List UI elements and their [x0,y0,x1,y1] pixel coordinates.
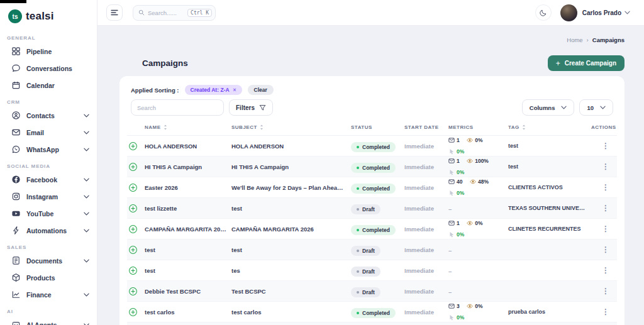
breadcrumb-separator: › [587,36,589,43]
column-header-name[interactable]: Name [145,124,231,130]
sidebar-nav: GENERAL Pipeline Conversations Calendar … [0,30,97,325]
sidebar-item-automations[interactable]: Automations [0,222,97,239]
expand-row-button[interactable] [128,183,138,192]
status-badge: Draft [351,267,380,277]
row-actions-kebab-icon[interactable]: ⋮ [599,246,612,253]
campaign-tag: CLINETES RECURRENTES [508,226,591,232]
clear-sorting-button[interactable]: Clear [248,85,274,95]
contacts-icon [11,111,21,120]
sidebar-item-email[interactable]: Email [0,124,97,141]
sidebar-item-youtube[interactable]: YouTube [0,205,97,222]
sort-icon[interactable] [260,124,264,130]
column-header-tag[interactable]: Tag [508,124,591,130]
campaign-subject: HI THIS A Campaign [231,163,351,170]
filters-button[interactable]: Filters [229,99,273,116]
page-header: Campaigns + Create Campaign [119,55,625,71]
chevron-down-icon[interactable] [84,323,89,325]
sort-icon[interactable] [164,124,167,130]
chevron-down-icon[interactable] [84,148,89,151]
sidebar-item-whatsapp[interactable]: WhatsApp [0,141,97,158]
expand-row-button[interactable] [128,204,138,213]
campaign-name: test [145,246,231,253]
start-date: Immediate [404,143,448,150]
click-rate-icon [448,148,455,155]
campaign-name: Easter 2026 [145,184,231,191]
expand-row-button[interactable] [128,245,138,255]
open-rate-icon [467,303,473,309]
brand[interactable]: ts tealsi [0,6,97,30]
funnel-icon [259,104,266,111]
expand-row-button[interactable] [128,162,138,172]
global-search[interactable]: Search...... Ctrl K [133,5,216,21]
row-actions-kebab-icon[interactable]: ⋮ [599,204,612,212]
chevron-down-icon[interactable] [84,229,89,233]
sidebar-item-instagram[interactable]: Instagram [0,188,97,205]
row-actions-kebab-icon[interactable]: ⋮ [599,287,612,295]
sidebar-collapse-button[interactable] [106,4,123,21]
chevron-down-icon[interactable] [84,212,89,216]
sidebar-item-ai-agents[interactable]: AI Agents [0,316,97,325]
row-actions-kebab-icon[interactable]: ⋮ [599,225,612,233]
brand-name: tealsi [26,10,54,23]
chevron-down-icon[interactable] [84,259,89,263]
dark-mode-toggle[interactable] [535,4,552,21]
page-size-value: 10 [587,104,594,111]
sidebar-section-label: GENERAL [0,30,97,43]
sidebar-item-documents[interactable]: Documents [0,252,97,269]
plus-icon: + [556,60,560,67]
sidebar-section: SALES Documents Products Finance [0,239,97,303]
metrics-cell: – [448,285,508,297]
metrics-cell: 3 0% 0% [448,300,508,323]
sidebar-item-calendar[interactable]: Calendar [0,77,97,94]
sort-icon[interactable] [522,124,526,130]
documents-icon [11,256,21,265]
start-date: Immediate [404,267,448,274]
sidebar-item-finance[interactable]: Finance [0,286,97,303]
sidebar-item-contacts[interactable]: Contacts [0,107,97,124]
row-actions-kebab-icon[interactable]: ⋮ [599,267,612,274]
sidebar-item-conversations[interactable]: Conversations [0,60,97,77]
start-date: Immediate [404,184,448,191]
breadcrumb-home-link[interactable]: Home [567,36,582,43]
chevron-down-icon[interactable] [84,195,89,199]
create-campaign-label: Create Campaign [565,60,616,67]
row-actions-kebab-icon[interactable]: ⋮ [599,308,612,316]
user-avatar[interactable] [560,4,577,21]
chevron-down-icon[interactable] [84,114,89,118]
sidebar-item-products[interactable]: Products [0,269,97,286]
ai-agents-icon [11,320,21,325]
sidebar-section-label: SOCIAL MEDIA [0,158,97,171]
products-icon [11,273,21,282]
column-header-start: Start Date [404,124,448,130]
chevron-down-icon[interactable] [84,293,89,297]
global-search-placeholder: Search...... [148,9,184,16]
expand-row-button[interactable] [128,266,138,275]
expand-row-button[interactable] [128,141,138,151]
expand-row-button[interactable] [128,224,138,234]
row-actions-kebab-icon[interactable]: ⋮ [599,142,612,150]
columns-dropdown[interactable]: Columns [522,99,575,116]
open-rate-icon [470,179,476,185]
chevron-down-icon[interactable] [84,131,89,135]
expand-row-button[interactable] [128,307,138,317]
expand-row-button[interactable] [128,287,138,296]
sidebar-section-label: SALES [0,239,97,252]
chevron-down-icon[interactable] [84,178,89,182]
sidebar-section-label: AI [0,303,97,316]
page-size-dropdown[interactable]: 10 [579,99,613,116]
sort-chip[interactable]: Created At: Z-A × [185,85,242,95]
column-header-subject[interactable]: Subject [231,124,351,130]
remove-sort-icon[interactable]: × [233,87,236,93]
whatsapp-icon [11,145,21,154]
row-actions-kebab-icon[interactable]: ⋮ [599,163,612,170]
user-name[interactable]: Carlos Prado [582,9,621,16]
user-menu-chevron-icon[interactable] [625,11,630,14]
sidebar-item-pipeline[interactable]: Pipeline [0,43,97,60]
status-badge: Draft [351,287,380,297]
sidebar-item-facebook[interactable]: Facebook [0,171,97,188]
table-search-input[interactable] [131,99,224,116]
campaign-tag: TEXAS SOUTHERN UNIVERSITY [508,205,591,211]
status-dot [357,187,359,190]
row-actions-kebab-icon[interactable]: ⋮ [599,184,612,191]
create-campaign-button[interactable]: + Create Campaign [548,55,625,71]
